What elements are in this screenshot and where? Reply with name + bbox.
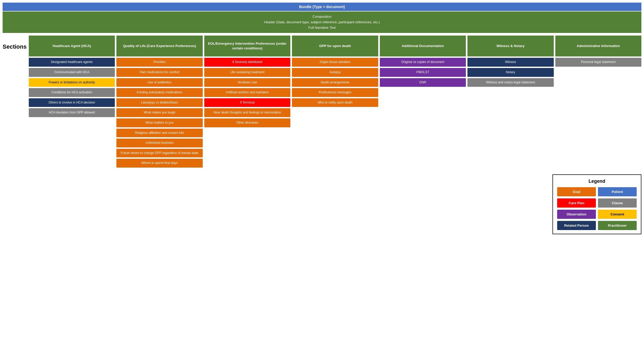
col-header-4: Additional Documentation bbox=[380, 36, 466, 56]
legend-item-0: Goal bbox=[557, 187, 596, 196]
col-3-item-2: Death arrangements bbox=[292, 78, 378, 87]
col-header-0: Healthcare Agent (HCA) bbox=[29, 36, 115, 56]
col-0-item-5: HCA deviation from GPP allowed bbox=[29, 108, 115, 117]
legend-item-2: Care Plan bbox=[557, 198, 596, 208]
legend-item-5: Consent bbox=[598, 210, 637, 219]
col-1-item-10: Where to spend final days bbox=[116, 159, 202, 168]
col-1-item-6: What matters to you bbox=[116, 118, 202, 127]
col-header-3: GPP for upon death bbox=[292, 36, 378, 56]
col-header-5: Witness & Notary bbox=[467, 36, 553, 56]
col-1-item-2: Use of antibiotics bbox=[116, 78, 202, 87]
column-0: Healthcare Agent (HCA)Designated healthc… bbox=[29, 36, 115, 168]
col-1-item-4: Likes/joys vs dislikes/fears bbox=[116, 98, 202, 107]
legend-item-6: Related Person bbox=[557, 221, 596, 230]
col-5-item-2: Witness and notary legal statement bbox=[467, 78, 553, 87]
legend-item-3: Clause bbox=[598, 198, 637, 208]
col-2-item-3: Artificial nutrition and hydration bbox=[204, 88, 290, 97]
col-4-item-1: PMOLST bbox=[380, 68, 466, 77]
col-2-item-0: If Severely debilitated bbox=[204, 58, 290, 67]
col-1-item-8: Unfinished business bbox=[116, 139, 202, 147]
col-6-item-0: Personal legal statement bbox=[555, 58, 641, 67]
col-3-item-3: Posthumous messages bbox=[292, 88, 378, 97]
col-3-item-4: Who to notify upon death bbox=[292, 98, 378, 107]
column-3: GPP for upon deathOrgan tissue donationA… bbox=[292, 36, 378, 168]
legend-item-1: Patient bbox=[598, 187, 637, 196]
col-0-item-0: Designated healthcare agents bbox=[29, 58, 115, 67]
col-2-item-1: Life sustaining treatment bbox=[204, 68, 290, 77]
col-0-item-3: Conditions for HCA activation bbox=[29, 88, 115, 97]
col-5-item-0: Witness bbox=[467, 58, 553, 67]
column-6: Administrative InformationPersonal legal… bbox=[555, 36, 641, 168]
legend-title: Legend bbox=[557, 179, 637, 184]
legend-item-7: Practitioner bbox=[598, 221, 637, 230]
col-5-item-1: Notary bbox=[467, 68, 553, 77]
col-2-item-2: Ventilator Use bbox=[204, 78, 290, 87]
column-2: EOL/Emergency Intervention Preferences (… bbox=[204, 36, 290, 168]
col-header-2: EOL/Emergency Intervention Preferences (… bbox=[204, 36, 290, 56]
col-3-item-1: Autopsy bbox=[292, 68, 378, 77]
column-4: Additional DocumentationOriginal vs copi… bbox=[380, 36, 466, 168]
col-header-1: Quality of Life (Care Experience Prefere… bbox=[116, 36, 202, 56]
col-1-item-5: What makes you laugh bbox=[116, 108, 202, 117]
col-1-item-0: Priorities bbox=[116, 58, 202, 67]
col-2-item-6: Other directives bbox=[204, 118, 290, 127]
col-2-item-5: Near death thoughts and feelings to memo… bbox=[204, 108, 290, 117]
sections-label: Sections bbox=[3, 36, 29, 50]
composition-banner: Composition Header (Date, document type,… bbox=[3, 12, 641, 33]
column-5: Witness & NotaryWitnessNotaryWitness and… bbox=[467, 36, 553, 168]
legend-box: Legend GoalPatientCare PlanClauseObserva… bbox=[552, 174, 641, 234]
col-3-item-0: Organ tissue donation bbox=[292, 58, 378, 67]
col-1-item-9: Future desire to change GPP regardless o… bbox=[116, 149, 202, 158]
col-0-item-2: Powers or limitations on authority bbox=[29, 78, 115, 87]
col-1-item-7: Religious affiliation and contact info bbox=[116, 129, 202, 138]
col-0-item-4: Others to involve in HCA decision bbox=[29, 98, 115, 107]
col-4-item-0: Original vs copies of document bbox=[380, 58, 466, 67]
column-1: Quality of Life (Care Experience Prefere… bbox=[116, 36, 202, 168]
col-0-item-1: Communicated with HCA bbox=[29, 68, 115, 77]
legend-item-4: Observation bbox=[557, 210, 596, 219]
col-2-item-4: If Terminal bbox=[204, 98, 290, 107]
col-header-6: Administrative Information bbox=[555, 36, 641, 56]
col-4-item-2: DNR bbox=[380, 78, 466, 87]
top-banner: Bundle (Type = document) bbox=[3, 3, 641, 11]
col-1-item-3: Existing anticipatory medications bbox=[116, 88, 202, 97]
col-1-item-1: Pain medications for comfort bbox=[116, 68, 202, 77]
